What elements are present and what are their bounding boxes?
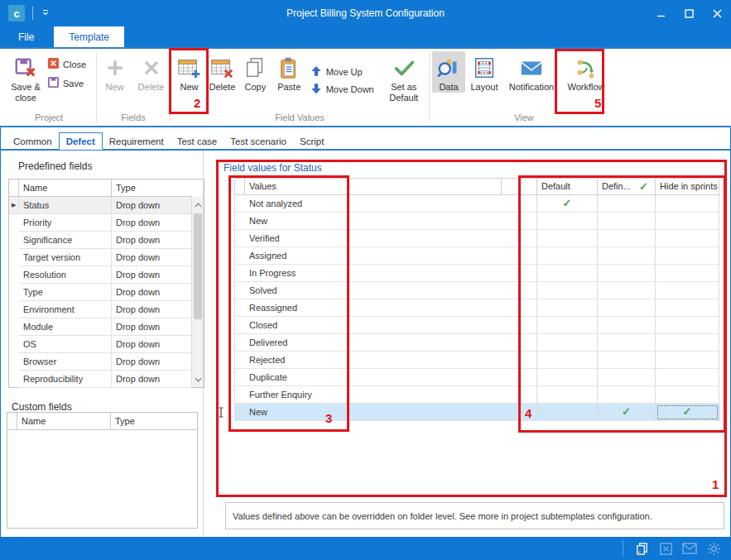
field-value-row[interactable]: Closed [234,317,720,334]
defined-check-cell[interactable] [598,299,656,317]
column-header-defined[interactable]: Defin... ✓ [598,178,656,195]
delete-field-button[interactable]: Delete [135,51,167,93]
value-label-cell[interactable]: Further Enquiry [245,386,537,404]
scroll-down-icon[interactable] [192,373,204,385]
column-header-type[interactable]: Type [112,179,192,197]
field-type-cell[interactable]: Drop down [112,353,192,371]
app-icon[interactable]: c [8,5,25,22]
layout-view-button[interactable]: Layout [465,51,503,93]
value-label-cell[interactable]: In Progress [245,265,537,282]
move-up-button[interactable]: Move Up [310,63,378,80]
predefined-field-row[interactable]: Status Drop down [9,197,204,214]
field-value-row[interactable]: In Progress [234,265,720,282]
default-check-cell[interactable] [537,317,598,334]
hide-in-sprints-check-cell[interactable] [656,195,719,213]
scrollbar-thumb[interactable] [194,213,202,319]
predefined-field-row[interactable]: Resolution Drop down [9,266,204,284]
defined-check-cell[interactable] [598,317,656,334]
defined-check-cell[interactable] [598,386,656,404]
hide-in-sprints-check-cell[interactable] [656,299,719,317]
field-type-cell[interactable]: Drop down [112,284,192,301]
field-type-cell[interactable]: Drop down [112,301,192,318]
column-header-name[interactable]: Name [17,413,111,430]
hide-in-sprints-check-cell[interactable] [656,334,719,352]
field-name-cell[interactable]: Browser [19,353,112,371]
field-name-cell[interactable]: Significance [19,232,112,249]
delete-field-value-button[interactable]: Delete [205,51,239,93]
value-label-cell[interactable]: New [245,404,537,421]
maximize-button[interactable] [675,0,703,26]
default-check-cell[interactable] [537,386,598,404]
field-type-cell[interactable]: Drop down [112,266,192,284]
defined-check-cell[interactable] [598,369,656,386]
save-button[interactable]: Save [47,74,86,93]
predefined-field-row[interactable]: Reproducibility Drop down [9,371,204,388]
defined-check-cell[interactable] [598,247,656,265]
field-type-cell[interactable]: Drop down [112,249,192,266]
column-header-hide-in-sprints[interactable]: Hide in sprints [656,178,719,195]
defined-check-cell[interactable] [598,195,656,213]
default-check-cell[interactable]: ✓ [537,195,598,213]
column-header-type[interactable]: Type [111,413,197,430]
default-check-cell[interactable] [537,230,598,247]
value-label-cell[interactable]: Solved [245,282,537,299]
field-name-cell[interactable]: Priority [19,214,112,232]
field-value-row[interactable]: New ✓ ✓ [234,404,720,421]
default-check-cell[interactable] [537,404,598,421]
default-check-cell[interactable] [537,352,598,369]
mail-icon[interactable] [681,539,699,558]
value-label-cell[interactable]: Rejected [245,352,537,369]
predefined-field-row[interactable]: Priority Drop down [9,214,204,232]
default-check-cell[interactable] [537,247,598,265]
value-label-cell[interactable]: Not analyzed [245,195,537,213]
predefined-field-row[interactable]: Significance Drop down [9,232,204,249]
default-check-cell[interactable] [537,282,598,299]
field-type-cell[interactable]: Drop down [112,371,192,388]
hide-in-sprints-check-cell[interactable]: ✓ [656,404,719,421]
close-project-button[interactable]: Close [47,55,86,74]
value-label-cell[interactable]: Verified [245,230,537,247]
field-type-cell[interactable]: Drop down [112,318,192,336]
predefined-field-row[interactable]: Type Drop down [9,284,204,301]
column-header-values[interactable]: Values [245,178,502,195]
defined-check-cell[interactable] [598,230,656,247]
field-value-row[interactable]: Verified [234,230,720,247]
default-check-cell[interactable] [537,265,598,282]
defined-check-cell[interactable]: ✓ [598,404,656,421]
default-check-cell[interactable] [537,369,598,386]
document-tab[interactable]: Requirement [103,133,171,149]
field-value-row[interactable]: Duplicate [234,369,720,386]
ribbon-tab[interactable]: Template [54,26,124,47]
default-check-cell[interactable] [537,213,598,230]
default-check-cell[interactable] [537,299,598,317]
hide-in-sprints-check-cell[interactable] [656,230,719,247]
defined-check-cell[interactable] [598,265,656,282]
value-label-cell[interactable]: Closed [245,317,537,334]
data-view-button[interactable]: Data [432,51,465,93]
value-label-cell[interactable]: New [245,213,537,230]
new-field-button[interactable]: New [99,51,130,93]
save-and-close-button[interactable]: Save & close [4,51,47,103]
field-name-cell[interactable]: Type [19,284,112,301]
predefined-field-row[interactable]: Module Drop down [9,318,204,336]
field-value-row[interactable]: Further Enquiry [234,386,720,404]
document-tab[interactable]: Common [7,133,59,149]
hide-in-sprints-check-cell[interactable] [656,265,719,282]
field-value-row[interactable]: Delivered [234,334,720,352]
field-type-cell[interactable]: Drop down [112,232,192,249]
hide-in-sprints-check-cell[interactable] [656,317,719,334]
new-field-value-button[interactable]: New [173,51,205,93]
field-value-row[interactable]: Assigned [234,247,720,265]
defined-check-cell[interactable] [598,282,656,299]
move-down-button[interactable]: Move Down [310,80,378,98]
field-name-cell[interactable]: Status [19,197,112,214]
default-check-cell[interactable] [537,334,598,352]
close-button[interactable] [703,0,731,26]
field-value-row[interactable]: Not analyzed ✓ [234,195,720,213]
defined-check-cell[interactable] [598,352,656,369]
predefined-field-row[interactable]: Environment Drop down [9,301,204,318]
value-label-cell[interactable]: Duplicate [245,369,537,386]
value-label-cell[interactable]: Delivered [245,334,537,352]
ribbon-tab[interactable]: File [7,26,46,47]
column-header-default[interactable]: Default [537,178,598,195]
